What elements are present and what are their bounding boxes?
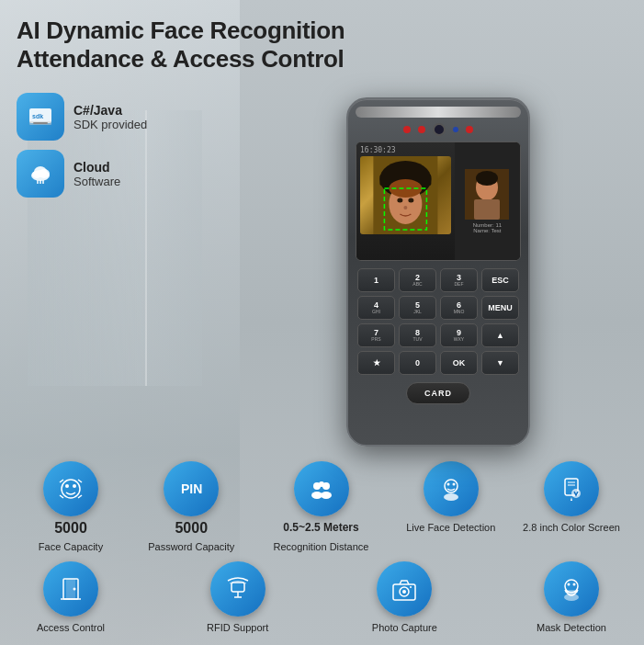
key-down[interactable]: ▼ xyxy=(481,351,519,375)
feature-password-capacity: PIN 5000 Password Capacity xyxy=(141,461,242,553)
mask-label: Mask Detection xyxy=(537,621,606,634)
key-3[interactable]: 3 DEF xyxy=(440,268,478,292)
feature-photo-capture: Photo Capture xyxy=(354,561,455,634)
key-2-sub: ABC xyxy=(412,282,422,287)
key-up-main: ▲ xyxy=(496,332,504,340)
svg-point-58 xyxy=(572,583,575,585)
key-esc-main: ESC xyxy=(491,277,509,285)
device-mockup: 16:30:23 xyxy=(346,97,530,447)
access-circle xyxy=(43,561,98,617)
password-count: 5000 xyxy=(175,521,208,536)
card-button-label: CARD xyxy=(424,389,452,398)
main-area: sdk C#/Java SDK provided xyxy=(17,88,626,448)
key-7[interactable]: 7 PRS xyxy=(357,323,395,347)
svg-point-40 xyxy=(444,493,458,501)
key-esc[interactable]: ESC xyxy=(481,268,519,292)
thumb-svg xyxy=(465,169,509,220)
svg-point-22 xyxy=(476,171,498,186)
key-9[interactable]: 9 WXY xyxy=(440,323,478,347)
screen-circle xyxy=(544,461,599,516)
group-icon xyxy=(308,475,335,503)
pin-icon: PIN xyxy=(177,475,205,503)
sdk-text: C#/Java SDK provided xyxy=(73,103,147,131)
feature-access-control: Access Control xyxy=(20,561,121,634)
distance-range: 0.5~2.5 Meters xyxy=(283,521,358,536)
photo-circle xyxy=(377,561,432,617)
right-panel: 16:30:23 xyxy=(251,88,626,448)
svg-point-38 xyxy=(446,483,449,486)
rfid-circle xyxy=(210,561,266,617)
device-keypad: 1 2 ABC 3 DEF ESC 4 GHI xyxy=(356,268,521,375)
page-content: AI Dynamic Face Recognition Attendance &… xyxy=(0,0,644,645)
card-button[interactable]: CARD xyxy=(406,382,470,404)
key-7-sub: PRS xyxy=(371,337,380,342)
cloud-icon-circle xyxy=(17,150,64,198)
key-5[interactable]: 5 JKL xyxy=(399,296,436,320)
key-menu-main: MENU xyxy=(488,304,513,312)
key-8[interactable]: 8 TUV xyxy=(399,323,436,347)
key-2[interactable]: 2 ABC xyxy=(399,268,436,292)
screen-info: Number: 11Name: Test xyxy=(473,222,502,233)
key-1[interactable]: 1 xyxy=(357,268,395,292)
key-ok[interactable]: OK xyxy=(440,351,478,375)
feature-face-capacity: 5000 Face Capacity xyxy=(20,461,121,553)
key-0[interactable]: 0 xyxy=(399,351,436,375)
key-6[interactable]: 6 MNO xyxy=(440,296,478,320)
infrared-led-right xyxy=(466,126,473,133)
face-capacity-label: Face Capacity xyxy=(39,540,103,553)
access-label: Access Control xyxy=(37,621,105,634)
key-up[interactable]: ▲ xyxy=(481,323,519,347)
svg-point-7 xyxy=(34,166,47,177)
key-9-sub: WXY xyxy=(454,337,464,342)
card-button-area: CARD xyxy=(356,382,521,404)
sdk-badge: sdk C#/Java SDK provided xyxy=(17,93,242,141)
rfid-icon xyxy=(224,575,252,603)
rfid-label: RFID Support xyxy=(207,621,268,634)
svg-line-28 xyxy=(78,480,82,482)
key-8-sub: TUV xyxy=(413,337,423,342)
face-scan-icon xyxy=(57,475,85,503)
key-star-main: ★ xyxy=(373,359,380,368)
svg-point-57 xyxy=(567,583,570,585)
cloud-icon xyxy=(27,160,54,187)
svg-line-27 xyxy=(60,480,63,482)
infrared-led-left xyxy=(403,126,411,133)
face-capacity-count: 5000 xyxy=(54,521,87,536)
door-icon xyxy=(57,575,85,603)
photo-label: Photo Capture xyxy=(372,621,437,634)
svg-text:PIN: PIN xyxy=(181,481,202,496)
cloud-text: Cloud Software xyxy=(73,160,120,188)
key-4[interactable]: 4 GHI xyxy=(357,296,395,320)
infrared-led-2 xyxy=(418,126,425,133)
svg-point-54 xyxy=(402,590,406,594)
key-star[interactable]: ★ xyxy=(357,351,395,375)
cloud-label: Cloud xyxy=(73,160,120,175)
feature-recognition-distance: 0.5~2.5 Meters Recognition Distance xyxy=(262,461,381,553)
svg-line-29 xyxy=(60,495,63,498)
cloud-sublabel: Software xyxy=(73,175,120,188)
svg-point-16 xyxy=(397,198,402,203)
key-menu[interactable]: MENU xyxy=(481,296,519,320)
key-6-sub: MNO xyxy=(454,310,465,314)
sdk-sublabel: SDK provided xyxy=(73,118,147,131)
title-line2: Attendance & Access Control xyxy=(17,45,626,74)
device-camera-row xyxy=(356,123,521,136)
face-recognition-area xyxy=(360,156,451,234)
title-line1: AI Dynamic Face Recognition xyxy=(17,17,626,45)
title-section: AI Dynamic Face Recognition Attendance &… xyxy=(17,17,626,74)
key-4-sub: GHI xyxy=(372,310,380,314)
main-camera xyxy=(433,123,446,136)
feature-mask-detection: Mask Detection xyxy=(521,561,622,634)
svg-point-34 xyxy=(319,481,324,487)
key-3-sub: DEF xyxy=(455,282,464,287)
svg-point-26 xyxy=(73,484,76,488)
screen-right: Number: 11Name: Test xyxy=(455,142,520,260)
svg-rect-49 xyxy=(232,583,244,592)
live-face-circle xyxy=(424,461,479,516)
status-led xyxy=(453,127,458,132)
screen-label: 2.8 inch Color Screen xyxy=(523,521,620,534)
live-face-label: Live Face Detection xyxy=(406,521,495,534)
mask-icon xyxy=(558,575,585,603)
key-5-sub: JKL xyxy=(413,310,422,314)
sdk-icon-circle: sdk xyxy=(17,93,64,141)
